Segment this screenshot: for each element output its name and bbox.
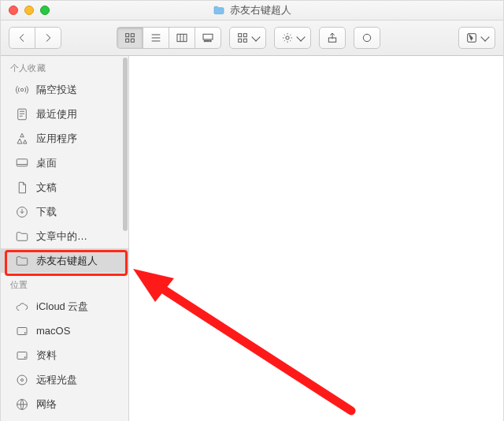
svg-rect-19 [17,158,28,166]
sidebar-item-label: 最近使用 [36,107,77,121]
folder-icon [15,229,29,244]
minimize-button[interactable] [24,6,34,15]
sidebar-section-favorites: 个人收藏 [1,56,128,77]
svg-rect-7 [207,40,209,41]
window-title: 赤友右键超人 [213,3,291,17]
svg-point-22 [24,332,25,333]
sidebar-item-label: 下载 [36,205,57,219]
tags-button[interactable] [354,27,380,49]
finder-window: 赤友右键超人 [0,0,504,421]
svg-rect-10 [243,34,246,37]
toolbar [1,20,503,56]
window-controls [9,6,50,15]
svg-rect-3 [131,39,134,42]
forward-button[interactable] [35,28,61,48]
sidebar-locations-list: iCloud 云盘 macOS 资料 远程光盘 [1,294,128,416]
close-button[interactable] [9,6,18,15]
disk-icon [15,324,29,338]
sidebar-item-folder-articles[interactable]: 文章中的… [1,224,128,248]
folder-icon [213,4,225,17]
sidebar-item-label: 应用程序 [36,132,77,146]
nav-buttons [9,27,61,49]
airdrop-icon [15,83,29,97]
svg-rect-8 [209,40,211,41]
svg-point-25 [17,375,27,385]
svg-rect-9 [239,34,242,37]
svg-point-24 [24,356,25,357]
view-icons-button[interactable] [117,28,143,48]
svg-rect-12 [243,39,246,42]
sidebar-item-label: 网络 [36,397,57,412]
sidebar-item-label: 文章中的… [36,229,87,244]
sidebar-item-icloud[interactable]: iCloud 云盘 [1,294,128,319]
sidebar-item-label: macOS [36,325,70,337]
sidebar-item-desktop[interactable]: 桌面 [1,151,128,175]
folder-icon [15,254,29,268]
sidebar-item-label: 桌面 [36,156,57,170]
sidebar-item-remote-disc[interactable]: 远程光盘 [1,367,128,392]
sidebar-item-label: iCloud 云盘 [36,300,88,314]
chevron-down-icon [296,32,305,41]
sidebar: 个人收藏 隔空投送 最近使用 应用程序 [1,56,129,421]
sidebar-favorites-list: 隔空投送 最近使用 应用程序 桌面 [1,77,128,273]
applications-icon [15,132,29,146]
dropzone-button[interactable] [458,27,495,49]
sidebar-item-documents[interactable]: 文稿 [1,175,128,199]
documents-icon [15,181,29,195]
sidebar-item-label: 远程光盘 [36,373,77,387]
downloads-icon [15,205,29,219]
sidebar-item-airdrop[interactable]: 隔空投送 [1,77,128,102]
svg-rect-4 [177,34,187,41]
chevron-down-icon [480,32,489,41]
optical-disc-icon [15,373,29,387]
sidebar-item-downloads[interactable]: 下载 [1,199,128,224]
action-menu-button[interactable] [274,27,311,49]
view-columns-button[interactable] [169,28,195,48]
network-icon [15,397,29,412]
sidebar-item-data[interactable]: 资料 [1,343,128,367]
svg-rect-1 [131,34,134,37]
desktop-icon [15,156,29,170]
back-button[interactable] [9,28,35,48]
sidebar-scrollbar[interactable] [122,56,128,421]
svg-rect-11 [239,39,242,42]
svg-rect-0 [126,34,129,37]
sidebar-item-network[interactable]: 网络 [1,392,128,416]
svg-rect-5 [203,34,213,39]
share-button[interactable] [319,27,346,49]
svg-rect-18 [18,109,27,120]
view-gallery-button[interactable] [195,28,220,48]
sidebar-item-label: 文稿 [36,181,57,195]
sidebar-item-recents[interactable]: 最近使用 [1,102,128,126]
svg-rect-2 [126,39,129,42]
fullscreen-button[interactable] [40,6,50,15]
svg-rect-6 [204,40,206,41]
svg-point-15 [363,34,370,41]
svg-point-17 [20,88,23,91]
titlebar: 赤友右键超人 [1,1,503,20]
svg-point-26 [21,378,24,381]
sidebar-item-label: 资料 [36,348,57,363]
window-title-text: 赤友右键超人 [230,3,291,17]
group-by-button[interactable] [229,27,266,49]
sidebar-item-label: 隔空投送 [36,83,77,97]
view-list-button[interactable] [143,28,169,48]
sidebar-item-label: 赤友右键超人 [36,254,98,268]
content-area[interactable] [129,56,503,421]
scrollbar-thumb[interactable] [123,58,128,231]
cloud-icon [15,300,29,314]
chevron-down-icon [251,32,260,41]
sidebar-item-macos[interactable]: macOS [1,319,128,343]
sidebar-item-chiyou-superman[interactable]: 赤友右键超人 [1,248,128,273]
disk-icon [15,348,29,363]
sidebar-item-applications[interactable]: 应用程序 [1,126,128,151]
sidebar-section-locations: 位置 [1,273,128,294]
view-mode-buttons [117,27,221,49]
recents-icon [15,107,29,121]
window-body: 个人收藏 隔空投送 最近使用 应用程序 [1,56,503,421]
svg-point-13 [286,36,289,39]
